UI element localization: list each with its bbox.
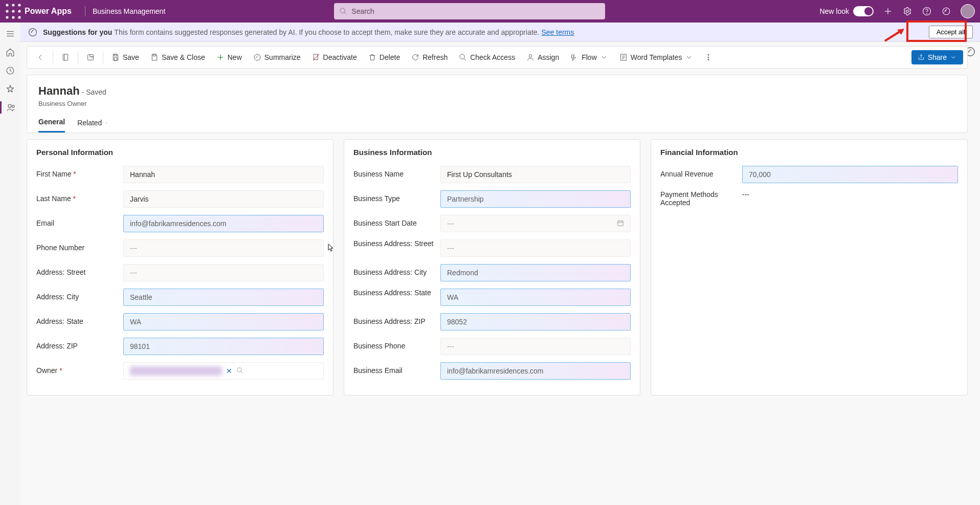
summarize-button[interactable]: Summarize (248, 50, 306, 64)
new-look-label: New look (819, 7, 849, 15)
field-biz-email: Business Email info@fabrikamresidences.c… (353, 362, 631, 380)
biz-start-value: --- (447, 219, 454, 228)
input-addr-zip[interactable]: 98101 (123, 338, 324, 355)
input-biz-city[interactable]: Redmond (440, 264, 631, 281)
delete-label: Delete (380, 53, 400, 61)
new-label: New (228, 53, 242, 61)
label-phone: Phone Number (36, 239, 123, 252)
label-addr-city: Address: City (36, 289, 123, 301)
pinned-icon[interactable] (4, 83, 16, 95)
home-icon[interactable] (4, 46, 16, 58)
label-biz-phone: Business Phone (353, 338, 440, 350)
see-terms-link[interactable]: See terms (541, 28, 574, 36)
tab-general[interactable]: General (38, 118, 65, 133)
help-icon[interactable] (922, 6, 932, 16)
svg-point-8 (18, 16, 20, 18)
area-title[interactable]: Business Management (93, 7, 165, 15)
word-templates-button[interactable]: Word Templates (614, 50, 699, 64)
check-access-button[interactable]: Check Access (454, 50, 520, 64)
field-revenue: Annual Revenue 70,000 (660, 166, 958, 183)
delete-button[interactable]: Delete (363, 50, 405, 64)
input-biz-phone[interactable]: --- (440, 338, 631, 355)
input-biz-state[interactable]: WA (440, 289, 631, 306)
divider (53, 51, 53, 63)
input-addr-street[interactable]: --- (123, 264, 324, 281)
word-templates-label: Word Templates (631, 53, 682, 61)
input-revenue[interactable]: 70,000 (742, 166, 958, 183)
input-phone[interactable]: --- (123, 239, 324, 257)
svg-point-45 (237, 367, 241, 371)
hamburger-icon[interactable] (4, 28, 16, 40)
people-icon[interactable] (0, 101, 20, 114)
field-phone: Phone Number --- (36, 239, 324, 257)
new-button[interactable]: New (211, 50, 247, 64)
clear-owner-icon[interactable]: ✕ (226, 367, 232, 375)
tab-related[interactable]: Related (77, 118, 109, 133)
input-biz-email[interactable]: info@fabrikamresidences.com (440, 362, 631, 380)
suggestions-title: Suggestions for you (43, 28, 112, 36)
svg-rect-30 (114, 54, 117, 56)
open-record-set-button[interactable] (56, 50, 75, 64)
summarize-label: Summarize (264, 53, 301, 61)
input-addr-city[interactable]: Seattle (123, 289, 324, 306)
app-launcher-icon[interactable] (5, 3, 21, 19)
flow-button[interactable]: Flow (565, 50, 613, 64)
copilot-icon[interactable] (941, 6, 951, 16)
field-biz-city: Business Address: City Redmond (353, 264, 631, 281)
search-lookup-icon[interactable] (236, 367, 243, 376)
recent-icon[interactable] (4, 64, 16, 77)
input-biz-street[interactable]: --- (440, 239, 631, 257)
user-avatar[interactable] (961, 4, 975, 18)
input-first-name[interactable]: Hannah (123, 166, 324, 183)
toggle-switch[interactable] (853, 6, 874, 16)
input-biz-name[interactable]: First Up Consultants (440, 166, 631, 183)
svg-point-42 (708, 54, 709, 55)
assign-label: Assign (538, 53, 559, 61)
input-email[interactable]: info@fabrikamresidences.com (123, 215, 324, 232)
new-look-toggle[interactable]: New look (819, 6, 874, 16)
label-email: Email (36, 215, 123, 227)
calendar-icon[interactable] (617, 219, 624, 228)
save-close-button[interactable]: Save & Close (145, 50, 210, 64)
settings-icon[interactable] (902, 6, 912, 16)
share-button[interactable]: Share (911, 50, 963, 64)
field-biz-street: Business Address: Street --- (353, 239, 631, 257)
more-commands-button[interactable] (699, 50, 718, 64)
svg-point-15 (927, 13, 927, 14)
input-biz-type[interactable]: Partnership (440, 190, 631, 208)
add-icon[interactable] (883, 6, 893, 16)
input-biz-zip[interactable]: 98052 (440, 313, 631, 331)
refresh-button[interactable]: Refresh (406, 50, 453, 64)
open-new-window-button[interactable] (81, 50, 100, 64)
search-input[interactable]: Search (334, 3, 605, 19)
check-access-label: Check Access (470, 53, 515, 61)
svg-line-46 (241, 371, 243, 373)
value-pay-methods[interactable]: --- (742, 190, 958, 199)
deactivate-label: Deactivate (323, 53, 357, 61)
svg-point-43 (708, 57, 709, 58)
label-biz-email: Business Email (353, 362, 440, 375)
save-button[interactable]: Save (106, 50, 144, 64)
svg-rect-29 (88, 55, 94, 60)
input-biz-start[interactable]: --- (440, 215, 631, 232)
svg-point-6 (6, 16, 8, 18)
svg-point-5 (18, 10, 20, 12)
field-addr-city: Address: City Seattle (36, 289, 324, 306)
record-header: Hannah - Saved Business Owner General Re… (27, 75, 968, 133)
accept-all-button[interactable]: Accept all (929, 26, 973, 38)
section-title: Personal Information (36, 148, 324, 157)
svg-point-1 (12, 4, 14, 6)
input-addr-state[interactable]: WA (123, 313, 324, 331)
svg-point-21 (8, 104, 11, 107)
svg-point-22 (12, 105, 14, 108)
label-biz-type: Business Type (353, 190, 440, 203)
input-owner[interactable]: ✕ (123, 362, 324, 380)
assign-button[interactable]: Assign (521, 50, 564, 64)
field-last-name: Last Name * Jarvis (36, 190, 324, 208)
back-button[interactable] (31, 50, 50, 64)
deactivate-button[interactable]: Deactivate (307, 50, 362, 64)
input-last-name[interactable]: Jarvis (123, 190, 324, 208)
main-area: Suggestions for you This form contains s… (20, 23, 980, 505)
field-email: Email info@fabrikamresidences.com (36, 215, 324, 232)
tab-related-label: Related (77, 119, 102, 127)
